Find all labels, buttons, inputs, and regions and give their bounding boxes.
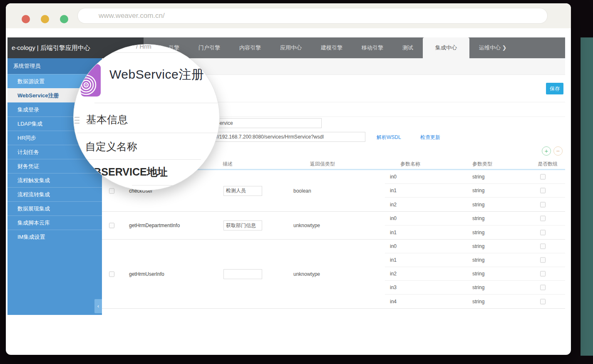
- browser-chrome: www.weaver.com.cn/: [6, 3, 571, 28]
- sidebar-collapse-button[interactable]: ‹: [94, 299, 102, 313]
- param-row: in0string: [385, 170, 565, 184]
- method-desc-input[interactable]: [223, 220, 262, 230]
- param-type: string: [472, 174, 484, 180]
- param-type: string: [472, 285, 484, 290]
- method-desc-input[interactable]: [223, 269, 262, 279]
- sidebar-item[interactable]: 流程触发集成: [7, 173, 102, 187]
- nav-item[interactable]: 应用中心: [270, 37, 311, 58]
- array-checkbox[interactable]: [540, 188, 546, 193]
- param-type: string: [472, 257, 484, 263]
- array-checkbox[interactable]: [540, 244, 546, 249]
- magnified-section-label: 基本信息: [86, 113, 128, 126]
- method-checkbox[interactable]: [109, 271, 114, 277]
- sidebar-header: 系统管理员: [7, 58, 102, 74]
- param-name: in0: [390, 174, 397, 180]
- array-checkbox[interactable]: [540, 299, 546, 304]
- nav-item[interactable]: 运维中心 ❯: [469, 37, 516, 58]
- param-name: in2: [390, 202, 397, 208]
- method-checkbox[interactable]: [109, 188, 114, 193]
- nav-item[interactable]: 测试: [393, 37, 423, 58]
- param-row: in4string: [385, 295, 565, 308]
- method-name: getHrmDepartmentInfo: [129, 223, 180, 228]
- nav-item-active[interactable]: 集成中心: [423, 37, 469, 58]
- add-row-button[interactable]: +: [542, 146, 551, 156]
- param-rows: in0stringin1string: [385, 212, 565, 239]
- return-type: unknowtype: [293, 223, 320, 228]
- save-button[interactable]: 保存: [546, 83, 563, 94]
- nav-item[interactable]: 门户引擎: [189, 37, 230, 58]
- topnav-items: 引擎门户引擎内容引擎应用中心建模引擎移动引擎测试集成中心运维中心 ❯: [144, 37, 565, 58]
- magnified-breadcrumb: / Hrm: [136, 44, 151, 50]
- method-desc-input[interactable]: [223, 186, 262, 196]
- param-row: in1string: [385, 253, 565, 267]
- divider: [80, 159, 201, 160]
- param-type: string: [472, 202, 484, 208]
- array-checkbox[interactable]: [540, 258, 546, 263]
- maximize-button[interactable]: [60, 15, 68, 23]
- array-checkbox[interactable]: [540, 174, 546, 180]
- table-body: checkUserbooleanin0stringin1stringin2str…: [102, 170, 565, 309]
- parse-wsdl-link[interactable]: 解析WSDL: [377, 134, 401, 141]
- param-type: string: [472, 230, 484, 235]
- param-rows: in0stringin1stringin2stringin3stringin4s…: [385, 240, 565, 308]
- param-rows: in0stringin1stringin2string: [385, 170, 565, 211]
- nav-item[interactable]: 建模引擎: [311, 37, 352, 58]
- col-header-is-array: 是否数组: [538, 161, 558, 168]
- remove-row-button[interactable]: −: [553, 146, 563, 156]
- table-row-group: getHrmDepartmentInfounknowtypein0stringi…: [102, 212, 565, 240]
- minus-icon: −: [556, 147, 560, 154]
- param-name: in0: [390, 243, 397, 249]
- param-row: in1string: [385, 225, 565, 239]
- param-type: string: [472, 299, 484, 305]
- return-type: unknowtype: [293, 271, 320, 277]
- param-type: string: [472, 188, 484, 193]
- return-type: boolean: [293, 188, 311, 194]
- divider: [100, 52, 179, 53]
- array-checkbox[interactable]: [540, 271, 546, 277]
- close-button[interactable]: [22, 15, 30, 23]
- nav-item[interactable]: 移动引擎: [352, 37, 393, 58]
- method-name: getHrmUserInfo: [129, 271, 164, 277]
- magnifier-overlay: / Hrm WebService注册 基本信息 自定义名称 WEBSERVICE…: [73, 44, 220, 191]
- param-row: in1string: [385, 184, 565, 198]
- wsdl-address-input[interactable]: [204, 132, 365, 142]
- table-row-group: getHrmUserInfounknowtypein0stringin1stri…: [102, 240, 565, 309]
- sidebar-item[interactable]: 流程流转集成: [7, 187, 102, 201]
- menu-lines-icon: [74, 117, 79, 126]
- param-type: string: [472, 243, 484, 249]
- check-update-link[interactable]: 检查更新: [420, 134, 440, 141]
- minimize-button[interactable]: [41, 15, 49, 23]
- param-type: string: [472, 215, 484, 221]
- method-cell: getHrmDepartmentInfounknowtype: [102, 212, 385, 239]
- param-name: in4: [390, 299, 397, 305]
- param-type: string: [472, 271, 484, 277]
- array-checkbox[interactable]: [540, 216, 546, 221]
- sidebar-item[interactable]: 数据展现集成: [7, 201, 102, 215]
- param-row: in2string: [385, 198, 565, 211]
- divider: [77, 133, 220, 133]
- col-header-return-type: 返回值类型: [310, 161, 335, 168]
- param-row: in0string: [385, 212, 565, 225]
- magnified-page-title: WebService注册: [109, 66, 204, 83]
- param-name: in2: [390, 271, 397, 277]
- col-header-desc: 描述: [223, 161, 233, 168]
- nav-item[interactable]: 内容引擎: [230, 37, 270, 58]
- method-cell: getHrmUserInfounknowtype: [102, 240, 385, 308]
- param-name: in1: [390, 230, 397, 235]
- array-checkbox[interactable]: [540, 285, 546, 290]
- sidebar-item[interactable]: IM集成设置: [7, 230, 102, 244]
- url-bar[interactable]: www.weaver.com.cn/: [77, 8, 548, 24]
- url-text: www.weaver.com.cn/: [99, 12, 165, 20]
- col-header-param-type: 参数类型: [472, 161, 492, 168]
- sidebar-item[interactable]: 集成脚本云库: [7, 215, 102, 230]
- plus-icon: +: [545, 147, 548, 154]
- custom-name-input[interactable]: [204, 118, 322, 128]
- array-checkbox[interactable]: [540, 202, 546, 207]
- top-navigation: e-cology | 后端引擎应用中心 引擎门户引擎内容引擎应用中心建模引擎移动…: [7, 37, 565, 58]
- param-name: in0: [390, 215, 397, 221]
- method-checkbox[interactable]: [109, 223, 114, 228]
- divider: [94, 103, 219, 103]
- array-checkbox[interactable]: [540, 230, 546, 235]
- col-header-param-name: 参数名称: [400, 161, 420, 168]
- browser-window: www.weaver.com.cn/ e-cology | 后端引擎应用中心 引…: [6, 3, 571, 355]
